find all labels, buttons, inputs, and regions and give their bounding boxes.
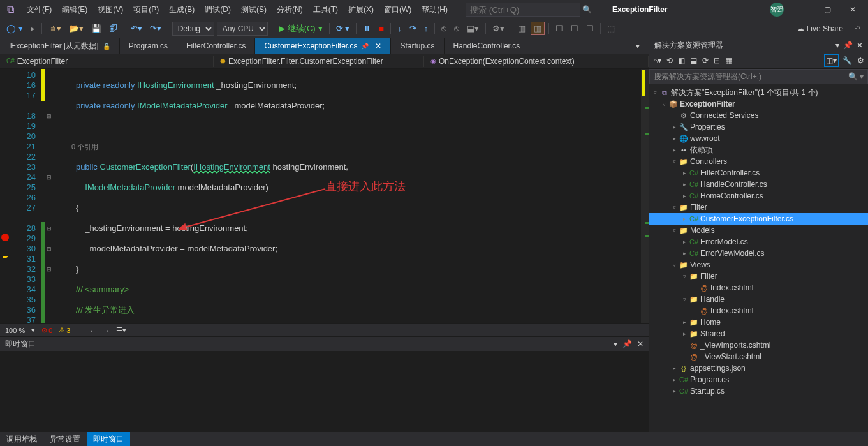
statusbar-tab-exceptions[interactable]: 异常设置 xyxy=(43,432,87,446)
statusbar-tab-immediate[interactable]: 即时窗口 xyxy=(87,432,130,446)
properties-icon[interactable]: 🔧 xyxy=(841,55,853,66)
crumb-project[interactable]: C#ExceptionFilter xyxy=(0,56,214,67)
platform-select[interactable]: Any CPU xyxy=(217,22,268,36)
tool-i-icon[interactable]: ☐ xyxy=(584,22,596,34)
tree-node[interactable]: @Index.cshtml xyxy=(649,282,868,294)
show-all-icon[interactable]: ▦ xyxy=(724,55,733,66)
panel-close-icon[interactable]: ✕ xyxy=(637,339,644,348)
menu-extensions[interactable]: 扩展(X) xyxy=(343,2,379,18)
tool-g-icon[interactable]: ☐ xyxy=(553,22,566,34)
maximize-button[interactable]: ▢ xyxy=(814,0,840,19)
tab-handlecontroller[interactable]: HandleController.cs xyxy=(445,38,530,54)
tree-node[interactable]: ▿📁Models xyxy=(649,225,868,236)
tool-d-icon[interactable]: ⚙▾ xyxy=(490,22,507,34)
menu-debug[interactable]: 调试(D) xyxy=(200,2,236,18)
breakpoint-icon[interactable] xyxy=(1,234,9,241)
menu-view[interactable]: 视图(V) xyxy=(92,2,128,18)
codelens-refs[interactable]: 0 个引用 xyxy=(54,142,649,152)
tab-startup[interactable]: Startup.cs xyxy=(391,38,444,54)
sync-icon[interactable]: ⟲ xyxy=(665,55,674,66)
solution-root[interactable]: ▿⧉ 解决方案"ExceptionFilter"(1 个项目/共 1 个) xyxy=(649,87,868,98)
tree-node[interactable]: ▿📦ExceptionFilter xyxy=(649,98,868,110)
fold-gutter[interactable]: ⊟ ⊟ ⊟ ⊟⊟ xyxy=(45,69,54,323)
tree-node[interactable]: ▿📁Controllers xyxy=(649,156,868,167)
menu-help[interactable]: 帮助(H) xyxy=(416,2,453,18)
tree-node[interactable]: ▸C#Program.cs xyxy=(649,374,868,385)
crumb-class[interactable]: ⬣ExceptionFilter.Filter.CustomerExceptio… xyxy=(214,56,424,67)
code-editor[interactable]: ➨ 101617 18192021 22232425 262728 293031… xyxy=(0,69,649,323)
menu-edit[interactable]: 编辑(E) xyxy=(57,2,92,18)
refresh-icon[interactable]: ⟳ ▾ xyxy=(334,22,353,34)
config-select[interactable]: Debug xyxy=(172,22,214,36)
tool-c-icon[interactable]: ⬓▾ xyxy=(464,22,482,34)
panel-pin-icon[interactable]: 📌 xyxy=(843,41,853,50)
tool-b-icon[interactable]: ⎋ xyxy=(452,22,462,34)
tree-node[interactable]: @Index.cshtml xyxy=(649,305,868,316)
step-over-icon[interactable]: ↷ xyxy=(407,22,419,34)
tree-node[interactable]: ▸{}appsettings.json xyxy=(649,362,868,374)
tree-node[interactable]: ⚙Connected Services xyxy=(649,110,868,121)
pause-icon[interactable]: ⏸ xyxy=(360,22,374,34)
home-icon[interactable]: ⌂▾ xyxy=(652,55,663,66)
redo-icon[interactable]: ↷▾ xyxy=(147,22,164,34)
tree-node[interactable]: ▸C#CustomerExceptionFilter.cs xyxy=(649,213,868,225)
nav-tool-icon[interactable]: ☰▾ xyxy=(116,326,126,334)
tool-e-icon[interactable]: ▥ xyxy=(515,22,528,34)
tree-node[interactable]: ▸🔧Properties xyxy=(649,121,868,133)
view-icon[interactable]: ◫▾ xyxy=(824,54,839,67)
panel-pin-icon[interactable]: 📌 xyxy=(622,339,632,348)
statusbar-tab-callstack[interactable]: 调用堆栈 xyxy=(0,432,43,446)
zoom-level[interactable]: 100 % xyxy=(5,327,25,334)
search-icon[interactable]: 🔍 xyxy=(580,5,593,14)
minimap[interactable] xyxy=(641,69,649,323)
panel-dropdown-icon[interactable]: ▾ xyxy=(835,41,839,50)
nav-back-icon[interactable]: ◯ ▾ xyxy=(4,22,26,34)
save-all-icon[interactable]: 🗐 xyxy=(107,22,120,34)
continue-button[interactable]: ▶ 继续(C) ▾ xyxy=(276,22,325,36)
refresh-icon[interactable]: ⟳ xyxy=(701,55,710,66)
tool1-icon[interactable]: ◧ xyxy=(677,55,686,66)
panel-dropdown-icon[interactable]: ▾ xyxy=(614,339,617,348)
collapse-icon[interactable]: ⊟ xyxy=(712,55,721,66)
save-icon[interactable]: 💾 xyxy=(89,22,104,34)
tab-overflow-icon[interactable]: ▾ xyxy=(627,38,649,54)
tree-node[interactable]: ▸C#FilterController.cs xyxy=(649,167,868,179)
solution-tree[interactable]: ▿⧉ 解决方案"ExceptionFilter"(1 个项目/共 1 个) ▿📦… xyxy=(649,84,868,432)
step-into-icon[interactable]: ↓ xyxy=(395,22,404,34)
open-icon[interactable]: 📂▾ xyxy=(66,22,86,34)
tool2-icon[interactable]: ⬓ xyxy=(689,55,698,66)
tree-node[interactable]: ▸C#HomeController.cs xyxy=(649,190,868,202)
tree-node[interactable]: ▿📁Filter xyxy=(649,202,868,213)
tab-filtercontroller[interactable]: FilterController.cs xyxy=(177,38,255,54)
close-button[interactable]: ✕ xyxy=(840,0,865,19)
tree-node[interactable]: ▿📁Filter xyxy=(649,271,868,282)
nav-fwd-icon[interactable]: ▸ xyxy=(28,22,38,34)
live-share-button[interactable]: ☁ Live Share xyxy=(797,24,843,33)
tree-node[interactable]: ▸C#ErrorViewModel.cs xyxy=(649,248,868,259)
pin-icon[interactable]: 📌 xyxy=(361,43,369,50)
global-search-input[interactable] xyxy=(466,3,580,17)
close-icon[interactable]: ✕ xyxy=(375,41,381,50)
tree-node[interactable]: @_ViewImports.cshtml xyxy=(649,339,868,351)
nav-prev-icon[interactable]: ← xyxy=(89,327,96,334)
immediate-body[interactable] xyxy=(0,351,649,432)
tool-h-icon[interactable]: ☐ xyxy=(568,22,581,34)
crumb-method[interactable]: ◉OnException(ExceptionContext context) xyxy=(424,56,649,67)
tree-node[interactable]: @_ViewStart.cshtml xyxy=(649,351,868,362)
tool-a-icon[interactable]: ⎋ xyxy=(439,22,449,34)
undo-icon[interactable]: ↶▾ xyxy=(128,22,145,34)
tree-node[interactable]: ▸C#HandleController.cs xyxy=(649,179,868,190)
new-file-icon[interactable]: 🗎▾ xyxy=(46,22,64,34)
step-out-icon[interactable]: ↑ xyxy=(422,22,431,34)
menu-build[interactable]: 生成(B) xyxy=(164,2,200,18)
minimize-button[interactable]: — xyxy=(789,0,814,19)
nav-next-icon[interactable]: → xyxy=(103,327,110,334)
tab-customerexceptionfilter[interactable]: CustomerExceptionFilter.cs📌✕ xyxy=(255,38,391,54)
menu-project[interactable]: 项目(P) xyxy=(128,2,164,18)
tree-node[interactable]: ▸📁Shared xyxy=(649,328,868,339)
warning-count[interactable]: ⚠ 3 xyxy=(59,326,70,334)
tree-node[interactable]: ▸C#Startup.cs xyxy=(649,385,868,397)
solution-search-input[interactable]: 搜索解决方案资源管理器(Ctrl+;) 🔍 ▾ xyxy=(649,69,868,84)
stop-icon[interactable]: ■ xyxy=(376,22,386,34)
tree-node[interactable]: ▸🌐wwwroot xyxy=(649,133,868,144)
